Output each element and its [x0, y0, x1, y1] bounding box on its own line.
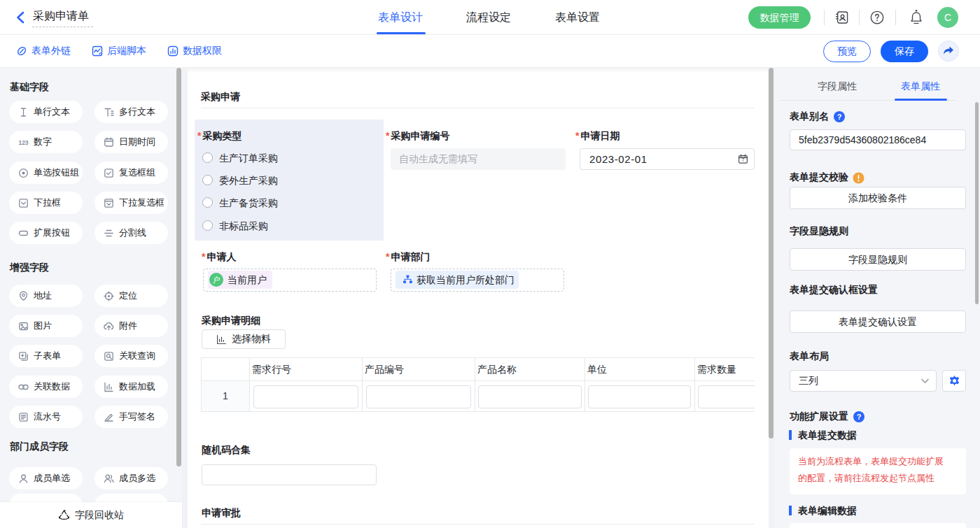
svg-text:?: ?: [857, 413, 862, 421]
svg-text:123: 123: [18, 139, 28, 146]
svg-text:?: ?: [837, 113, 842, 121]
svg-text:7: 7: [741, 157, 745, 162]
